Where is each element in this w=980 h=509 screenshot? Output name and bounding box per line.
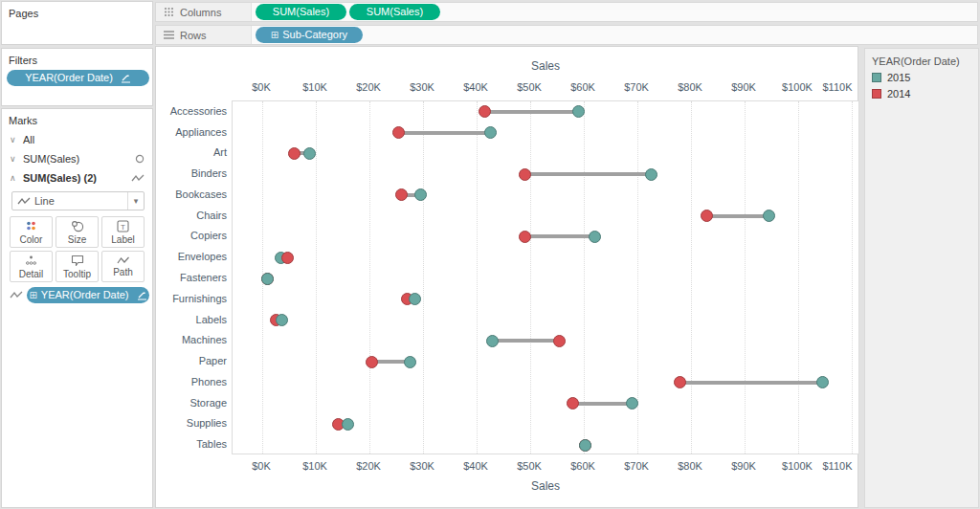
columns-pill-sum-sales[interactable]: SUM(Sales) — [256, 4, 346, 20]
axis-tick-label: $110K — [816, 460, 858, 472]
row-label-phones: Phones — [156, 375, 227, 388]
columns-shelf-label: Columns — [180, 7, 221, 18]
sort-glyph-icon[interactable] — [121, 74, 131, 83]
axis-tick-label: $30K — [401, 81, 443, 93]
rows-pill-sub-category[interactable]: ⊞Sub-Category — [256, 27, 363, 43]
row-label-bookcases: Bookcases — [156, 188, 227, 201]
legend-item-2014[interactable]: 2014 — [865, 88, 978, 100]
connector-line — [493, 339, 560, 343]
line-mark-icon — [10, 291, 23, 299]
gridline — [423, 101, 424, 454]
worksheet: Sales Sales $0K$10K$20K$30K$40K$50K$60K$… — [155, 46, 858, 508]
sort-glyph-icon[interactable] — [137, 291, 147, 300]
dot-2015-supplies[interactable] — [342, 418, 354, 431]
expand-box-icon[interactable]: ⊞ — [271, 31, 278, 40]
axis-tick-label: $20K — [347, 460, 390, 472]
dot-2014-paper[interactable] — [366, 356, 378, 368]
chevron-down-icon[interactable]: ▾ — [127, 192, 144, 210]
dot-2015-machines[interactable] — [486, 335, 499, 347]
top-axis-title: Sales — [232, 59, 859, 73]
row-label-art: Art — [156, 145, 227, 159]
connector-line — [524, 172, 651, 176]
columns-pill-sum-sales[interactable]: SUM(Sales) — [349, 4, 440, 20]
row-label-paper: Paper — [156, 354, 227, 367]
button-label: Detail — [19, 269, 44, 279]
connector-line — [707, 214, 768, 218]
dot-2015-phones[interactable] — [816, 376, 829, 388]
detail-button[interactable]: Detail — [10, 251, 53, 282]
dot-2014-bookcases[interactable] — [395, 188, 408, 201]
dot-2014-storage[interactable] — [567, 397, 579, 409]
dot-2015-bookcases[interactable] — [414, 188, 427, 201]
columns-shelf: Columns SUM(Sales)SUM(Sales) — [155, 2, 978, 22]
row-label-machines: Machines — [156, 333, 227, 346]
axis-tick-label: $50K — [508, 81, 550, 93]
pages-shelf: Pages — [1, 1, 153, 45]
tableau-window: Pages Filters YEAR(Order Date) Marks ∨Al… — [0, 0, 980, 509]
marks-pill-label: YEAR(Order Date) — [41, 287, 129, 303]
axis-tick-label: $90K — [723, 81, 765, 93]
connector-line — [680, 381, 822, 385]
legend-swatch — [872, 73, 881, 82]
dot-2015-accessories[interactable] — [572, 105, 585, 118]
marks-card-row-all[interactable]: ∨All — [2, 130, 152, 149]
label-button[interactable]: TLabel — [101, 216, 145, 248]
svg-text:T: T — [121, 222, 125, 231]
dot-2015-paper[interactable] — [404, 356, 416, 368]
dot-2015-appliances[interactable] — [484, 126, 497, 139]
expand-box-icon[interactable]: ⊞ — [29, 291, 36, 300]
color-button[interactable]: Color — [10, 216, 53, 248]
dot-2015-tables[interactable] — [579, 439, 591, 452]
dot-2015-labels[interactable] — [276, 314, 288, 326]
tooltip-button[interactable]: Tooltip — [56, 251, 99, 282]
dot-2014-machines[interactable] — [553, 335, 566, 347]
bottom-axis-title: Sales — [232, 479, 859, 493]
dot-2015-copiers[interactable] — [589, 231, 601, 243]
rows-shelf: Rows ⊞Sub-Category — [155, 25, 978, 45]
size-icon — [71, 220, 84, 232]
circle-mark-icon — [135, 154, 145, 164]
axis-tick-label: $80K — [669, 460, 711, 472]
axis-tick-label: $100K — [776, 81, 818, 93]
chevron-icon[interactable]: ∨ — [10, 154, 23, 164]
gridline — [530, 101, 531, 454]
mark-type-dropdown[interactable]: Line ▾ — [11, 191, 145, 210]
dot-2015-art[interactable] — [303, 147, 316, 160]
legend-item-2015[interactable]: 2015 — [865, 72, 978, 83]
dot-2014-phones[interactable] — [674, 376, 686, 388]
chevron-icon[interactable]: ∧ — [10, 173, 23, 183]
row-label-envelopes: Envelopes — [156, 250, 227, 263]
size-button[interactable]: Size — [56, 216, 99, 248]
marks-card-row-sum-sales-2-[interactable]: ∧SUM(Sales) (2) — [2, 168, 152, 188]
color-legend: YEAR(Order Date) 20152014 — [864, 48, 979, 508]
marks-card: Marks ∨All∨SUM(Sales)∧SUM(Sales) (2) Lin… — [1, 108, 153, 508]
dot-2015-binders[interactable] — [645, 168, 657, 181]
gridline — [316, 101, 317, 454]
connector-line — [399, 131, 490, 135]
dot-2015-furnishings[interactable] — [409, 293, 421, 305]
row-label-copiers: Copiers — [156, 229, 227, 242]
path-button[interactable]: Path — [101, 251, 145, 282]
filters-shelf: Filters YEAR(Order Date) — [1, 48, 153, 106]
dot-2015-storage[interactable] — [626, 397, 638, 409]
dot-2014-copiers[interactable] — [519, 231, 531, 243]
marks-pill-year-order-date[interactable]: ⊞ YEAR(Order Date) — [27, 287, 149, 303]
dot-2015-fasteners[interactable] — [261, 273, 274, 285]
legend-item-label: 2015 — [887, 72, 910, 83]
dot-2014-accessories[interactable] — [479, 105, 491, 118]
chevron-icon[interactable]: ∨ — [10, 135, 23, 144]
dot-2014-appliances[interactable] — [392, 126, 405, 139]
tooltip-icon — [71, 254, 84, 267]
dot-2014-art[interactable] — [288, 147, 301, 160]
filter-pill-year-order-date[interactable]: YEAR(Order Date) — [7, 70, 149, 86]
detail-icon — [25, 254, 37, 267]
dot-2014-envelopes[interactable] — [281, 252, 294, 264]
axis-tick-label: $110K — [816, 81, 858, 93]
axis-tick-label: $60K — [562, 460, 604, 472]
dot-2014-binders[interactable] — [519, 168, 531, 181]
legend-item-label: 2014 — [887, 88, 910, 100]
dot-2015-chairs[interactable] — [763, 210, 775, 222]
pill-label: SUM(Sales) — [273, 4, 329, 20]
marks-card-row-sum-sales-[interactable]: ∨SUM(Sales) — [2, 149, 152, 168]
dot-2014-chairs[interactable] — [701, 210, 713, 222]
